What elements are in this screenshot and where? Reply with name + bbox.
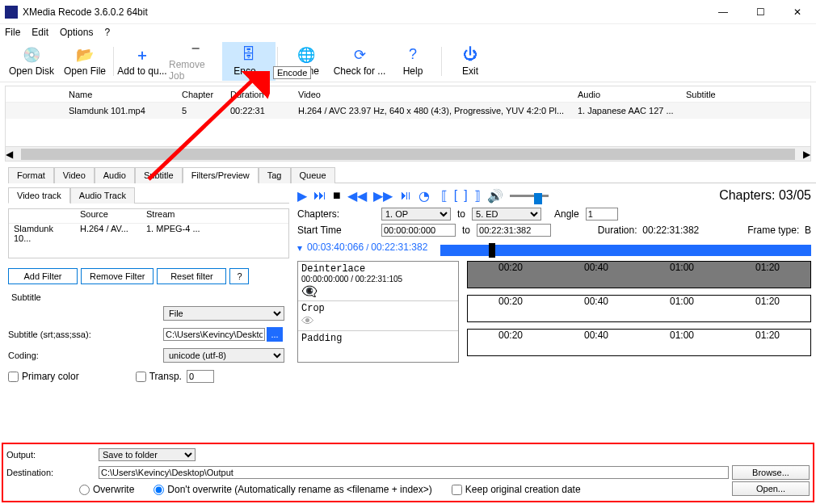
table-row[interactable]: Slamdunk 101.mp4 5 00:22:31 H.264 / AVC …: [6, 103, 810, 119]
coding-select[interactable]: unicode (utf-8): [163, 348, 284, 363]
volume-slider[interactable]: [510, 195, 549, 197]
menu-file[interactable]: File: [5, 27, 20, 38]
tab-video-track[interactable]: Video track: [8, 187, 70, 204]
destination-input[interactable]: [99, 466, 729, 479]
subtitle-path-input[interactable]: [163, 328, 265, 341]
timeline-strip[interactable]: 00:2000:4001:0001:20: [467, 295, 811, 322]
transp-checkbox[interactable]: [136, 372, 146, 382]
titlebar: XMedia Recode 3.6.0.2 64bit — ☐ ✕: [0, 0, 816, 24]
start-to-input[interactable]: [477, 224, 551, 237]
app-icon: [5, 6, 18, 19]
filter-item-deinterlace[interactable]: Deinterlace 00:00:00:000 / 00:22:31:105 …: [298, 262, 458, 301]
col-subtitle[interactable]: Subtitle: [683, 90, 780, 99]
add-queue-button[interactable]: ＋Add to qu...: [116, 42, 169, 81]
col-audio[interactable]: Audio: [574, 90, 683, 99]
remove-filter-button[interactable]: Remove Filter: [81, 268, 154, 284]
track-table: Source Stream Slamdunk 10... H.264 / AV.…: [8, 208, 289, 258]
remove-job-button[interactable]: −Remove Job: [169, 42, 222, 81]
transp-input[interactable]: [187, 370, 214, 383]
bracket-out-icon[interactable]: ⟧: [474, 188, 481, 204]
rewind-icon[interactable]: ◀◀: [347, 188, 367, 204]
filter-item-padding[interactable]: Padding: [298, 331, 458, 346]
filter-help-button[interactable]: ?: [229, 268, 249, 284]
open-file-button[interactable]: 📂Open File: [58, 42, 111, 81]
bracket-right-icon[interactable]: ]: [464, 188, 467, 203]
encode-button[interactable]: 🗄Enco...: [222, 42, 276, 81]
menu-options[interactable]: Options: [60, 27, 93, 38]
tab-audio[interactable]: Audio: [95, 167, 135, 183]
power-icon: ⏻: [461, 46, 479, 64]
col-chapters[interactable]: Chapter: [179, 90, 227, 99]
help-button[interactable]: ?Help: [386, 42, 440, 81]
chapters-counter: Chapters: 03/05: [719, 188, 811, 203]
minus-icon: −: [187, 40, 204, 57]
open-button[interactable]: Open...: [732, 481, 810, 496]
maximize-button[interactable]: ☐: [742, 0, 779, 24]
timeline-slider[interactable]: [440, 245, 811, 256]
encode-icon: 🗄: [240, 46, 258, 64]
play-icon[interactable]: ▶: [297, 188, 307, 204]
disk-icon: 💿: [23, 46, 40, 64]
minimize-button[interactable]: —: [705, 0, 742, 24]
start-time-label: Start Time: [297, 225, 375, 236]
horizontal-scrollbar[interactable]: ◀▶: [6, 146, 810, 161]
angle-label: Angle: [554, 208, 579, 220]
timeline-strip[interactable]: 00:2000:4001:0001:20: [467, 329, 811, 356]
fastforward-icon[interactable]: ▶▶: [373, 188, 393, 204]
tooltip: Encode: [273, 66, 311, 79]
open-disk-button[interactable]: 💿Open Disk: [5, 42, 58, 81]
chapter-from-select[interactable]: 1. OP: [381, 208, 451, 220]
angle-input[interactable]: [586, 208, 618, 220]
filter-item-crop[interactable]: Crop 👁: [298, 301, 458, 331]
menubar: File Edit Options ?: [0, 24, 816, 40]
reset-filter-button[interactable]: Reset filter: [157, 268, 226, 284]
clock-icon[interactable]: ◔: [419, 188, 430, 204]
toolbar: 💿Open Disk 📂Open File ＋Add to qu... −Rem…: [0, 40, 816, 82]
primary-color-checkbox[interactable]: [8, 372, 19, 382]
col-duration[interactable]: Duration: [227, 90, 295, 99]
stop-icon[interactable]: ■: [333, 188, 341, 203]
eye-strike-icon[interactable]: 👁‍🗨: [301, 284, 455, 299]
tab-subtitle[interactable]: Subtitle: [135, 167, 183, 183]
tab-audio-track[interactable]: Audio Track: [70, 187, 135, 204]
chapter-to-select[interactable]: 5. ED: [472, 208, 541, 220]
track-timelines: 00:2000:4001:0001:20 00:2000:4001:0001:2…: [467, 261, 811, 363]
subtitle-source-select[interactable]: File: [163, 306, 284, 321]
col-name[interactable]: Name: [65, 90, 179, 99]
check-updates-button[interactable]: ⟳Check for ...: [333, 42, 386, 81]
menu-help[interactable]: ?: [104, 27, 110, 38]
step-icon[interactable]: ⏯: [399, 188, 412, 203]
list-item[interactable]: Slamdunk 10... H.264 / AV... 1. MPEG-4 .…: [9, 224, 288, 238]
play-position: 00:03:40:066 / 00:22:31:382: [307, 242, 427, 253]
tab-tag[interactable]: Tag: [259, 167, 291, 183]
col-video[interactable]: Video: [295, 90, 574, 99]
tab-format[interactable]: Format: [8, 167, 54, 183]
keep-date-checkbox[interactable]: [452, 485, 462, 495]
tab-video[interactable]: Video: [54, 167, 95, 183]
folder-icon: 📂: [76, 46, 94, 64]
menu-edit[interactable]: Edit: [32, 27, 48, 38]
eye-icon[interactable]: 👁: [301, 314, 455, 329]
dont-overwrite-radio[interactable]: [154, 485, 164, 495]
volume-icon[interactable]: 🔊: [487, 188, 503, 204]
browse-button[interactable]: Browse...: [732, 465, 810, 480]
chevron-down-icon[interactable]: ▾: [297, 242, 302, 254]
bracket-in-icon[interactable]: ⟦: [441, 188, 448, 204]
output-select[interactable]: Save to folder: [99, 448, 196, 461]
add-filter-button[interactable]: Add Filter: [8, 268, 78, 284]
overwrite-radio[interactable]: [79, 485, 90, 495]
filter-list: Deinterlace 00:00:00:000 / 00:22:31:105 …: [297, 261, 459, 363]
next-icon[interactable]: ⏭: [313, 188, 326, 203]
tab-queue[interactable]: Queue: [291, 167, 335, 183]
destination-panel: Output: Save to folder Destination: Brow…: [2, 443, 814, 502]
start-from-input[interactable]: [381, 224, 456, 237]
timeline-strip[interactable]: 00:2000:4001:0001:20: [467, 261, 811, 288]
coding-label: Coding:: [8, 351, 163, 360]
tab-filters-preview[interactable]: Filters/Preview: [183, 167, 259, 183]
output-label: Output:: [6, 450, 95, 460]
close-button[interactable]: ✕: [779, 0, 816, 24]
chapters-label: Chapters:: [297, 208, 375, 220]
exit-button[interactable]: ⏻Exit: [444, 42, 497, 81]
subtitle-browse-button[interactable]: ...: [267, 327, 283, 342]
bracket-left-icon[interactable]: [: [454, 188, 457, 203]
